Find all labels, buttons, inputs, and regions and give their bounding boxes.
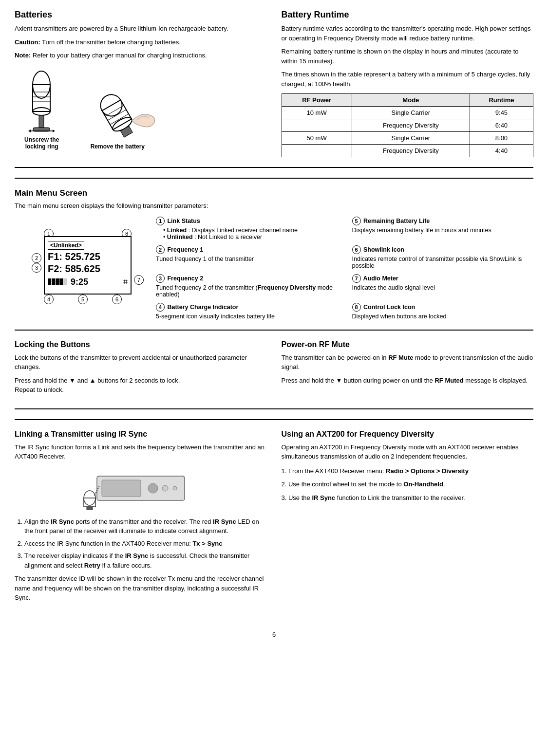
table-header-runtime: Runtime [470,94,533,107]
menu-item-3: 3 Frequency 2 Tuned frequency 2 of the t… [156,274,338,298]
power-on-rf-title: Power-on RF Mute [282,340,534,349]
main-menu-title: Main Menu Screen [15,188,533,198]
menu-item-2-title: 2 Frequency 1 [156,245,338,254]
menu-item-2: 2 Frequency 1 Tuned frequency 1 of the t… [156,245,338,269]
menu-item-7: 7 Audio Meter Indicates the audio signal… [352,274,534,298]
freq-diversity-para1: Operating an AXT200 in Frequency Diversi… [282,443,534,461]
seg4 [59,278,63,285]
freq1-display: F1: 525.725 [48,251,128,263]
mode-2: Frequency Diversity [352,119,470,132]
mic2-svg [78,92,156,140]
menu-item-3-desc: Tuned frequency 2 of the transmitter (Fr… [156,284,338,298]
circle-1: 1 [156,217,165,225]
time-display: 9:25 [71,277,88,287]
num-circle-5: 5 [78,295,88,304]
table-header-rf: RF Power [282,94,352,107]
battery-runtime-section: Battery Runtime Battery runtime varies a… [282,10,534,157]
rf-power-4 [282,145,352,157]
battery-runtime-para1: Battery runtime varies according to the … [282,24,534,43]
circle-2: 2 [156,245,165,254]
menu-item-6: 6 Showlink Icon Indicates remote control… [352,245,534,269]
page: Batteries Axient transmitters are powere… [0,0,548,648]
mic1-item: Unscrew thelocking ring [24,70,59,150]
svg-rect-3 [39,115,44,128]
linking-title: Linking a Transmitter using IR Sync [15,430,267,439]
menu-item-4-desc: 5-segment icon visually indicates batter… [156,313,338,320]
svg-marker-10 [53,129,55,132]
device-display-wrapper: 1 8 2 3 4 5 6 7 <Unlinked> F1: 525.725 F… [15,217,146,319]
device-display: <Unlinked> F1: 525.725 F2: 585.625 [44,236,132,295]
menu-item-4-title: 4 Battery Charge Indicator [156,303,338,312]
locking-para1: Lock the buttons of the transmitter to p… [15,353,267,372]
battery-runtime-title: Battery Runtime [282,10,534,20]
note-label: Note: [15,52,31,59]
linking-para1: The IR Sync function forms a Link and se… [15,443,267,461]
unlinked-display: <Unlinked> [48,241,84,250]
divider-3 [15,419,533,420]
menu-item-7-title: 7 Audio Meter [352,274,534,283]
table-row: 10 mW Single Carrier 9:45 [282,107,533,119]
runtime-table: RF Power Mode Runtime 10 mW Single Carri… [282,93,534,157]
batteries-intro: Axient transmitters are powered by a Shu… [15,24,267,34]
circle-6: 6 [352,245,361,254]
power-on-rf-para2: Press and hold the ▼ button during power… [282,376,534,386]
menu-item-1-title: 1 Link Status [156,217,338,225]
menu-item-8-title: 8 Control Lock Icon [352,303,534,312]
seg2 [52,278,55,285]
menu-item-1-bullet1: • Linked : Displays Linked receiver chan… [163,227,338,234]
svg-rect-25 [87,507,93,510]
linking-col: Linking a Transmitter using IR Sync The … [15,430,267,607]
top-section: Batteries Axient transmitters are powere… [15,10,533,168]
batteries-caution: Caution: Turn off the transmitter before… [15,37,267,47]
num-circle-2: 2 [32,253,41,263]
num-circle-4: 4 [44,295,54,304]
showlink-icon: ⌗ [123,277,128,286]
circle-8: 8 [352,303,361,312]
locking-rf-section: Locking the Buttons Lock the buttons of … [15,340,533,409]
seg5 [63,278,67,285]
svg-point-21 [162,485,168,491]
table-header-mode: Mode [352,94,470,107]
mic1-svg [28,70,55,133]
rf-power-1: 10 mW [282,107,352,119]
circle-5: 5 [352,217,361,225]
linking-final-para: The transmitter device ID will be shown … [15,574,267,603]
freq-diversity-step2: 2. Use the control wheel to set the mode… [282,479,534,489]
battery-images: Unscrew thelocking ring [24,70,267,150]
freq-diversity-title: Using an AXT200 for Frequency Diversity [282,430,534,439]
seg3 [56,278,59,285]
rf-power-3: 50 mW [282,132,352,145]
linking-step-2: Access the IR Sync function in the AXT40… [24,539,267,549]
ir-sync-image-wrapper [15,466,267,510]
batteries-title: Batteries [15,10,267,20]
menu-item-6-desc: Indicates remote control of transmitter … [352,256,534,269]
svg-marker-9 [28,129,31,132]
power-on-rf-para1: The transmitter can be powered-on in RF … [282,353,534,372]
freq-diversity-step1: 1. From the AXT400 Receiver menu: Radio … [282,466,534,476]
menu-item-8: 8 Control Lock Icon Displayed when butto… [352,303,534,320]
runtime-3: 8:00 [470,132,533,145]
rf-power-2 [282,119,352,132]
menu-item-7-desc: Indicates the audio signal level [352,284,534,291]
menu-item-5: 5 Remaining Battery Life Displays remain… [352,217,534,240]
mic2-item: Remove the battery [78,92,156,150]
menu-item-5-title: 5 Remaining Battery Life [352,217,534,225]
runtime-4: 4:40 [470,145,533,157]
locking-para2: Press and hold the ▼ and ▲ buttons for 2… [15,376,267,395]
menu-item-8-desc: Displayed when buttons are locked [352,313,534,320]
batteries-section: Batteries Axient transmitters are powere… [15,10,267,157]
menu-item-6-title: 6 Showlink Icon [352,245,534,254]
main-menu-section: Main Menu Screen The main menu screen di… [15,188,533,320]
menu-item-1-bullet2: • Unlinked : Not Linked to a receiver [163,234,338,240]
mode-1: Single Carrier [352,107,470,119]
menu-item-3-title: 3 Frequency 2 [156,274,338,283]
freq2-display: F2: 585.625 [48,263,128,275]
svg-rect-14 [121,126,133,137]
mode-4: Frequency Diversity [352,145,470,157]
locking-title: Locking the Buttons [15,340,267,349]
divider-1 [15,178,533,179]
menu-item-4: 4 Battery Charge Indicator 5-segment ico… [156,303,338,320]
linking-step-3: The receiver display indicates if the IR… [24,551,267,570]
menu-items-list: 1 Link Status • Linked : Displays Linked… [156,217,533,320]
main-menu-subtitle: The main menu screen displays the follow… [15,201,533,211]
